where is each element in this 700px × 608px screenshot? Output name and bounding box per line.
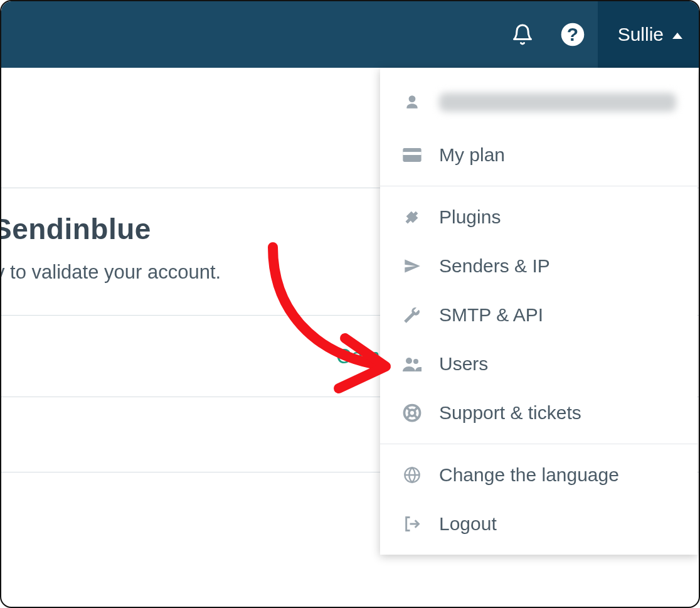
user-dropdown: My plan Plugins Senders & IP SMTP & <box>380 68 697 555</box>
dropdown-item-label: Change the language <box>439 464 619 486</box>
dropdown-item-users[interactable]: Users <box>380 339 697 388</box>
svg-line-10 <box>406 415 410 419</box>
dropdown-item-plugins[interactable]: Plugins <box>380 193 697 242</box>
dropdown-item-myplan[interactable]: My plan <box>380 131 697 179</box>
username-label: Sullie <box>618 24 664 45</box>
svg-point-5 <box>413 359 418 364</box>
plug-icon <box>401 208 423 226</box>
dropdown-item-support[interactable]: Support & tickets <box>380 388 697 437</box>
dropdown-item-label: Senders & IP <box>439 255 550 277</box>
top-header: ? Sullie <box>1 1 699 68</box>
svg-line-8 <box>406 407 410 410</box>
lifebuoy-icon <box>401 403 423 422</box>
dropdown-section-misc: Change the language Logout <box>380 444 697 555</box>
help-button[interactable]: ? <box>548 1 598 68</box>
svg-line-9 <box>415 407 418 410</box>
dropdown-item-label: My plan <box>439 144 505 166</box>
globe-icon <box>401 466 423 484</box>
svg-point-7 <box>409 410 415 416</box>
user-menu-button[interactable]: Sullie <box>598 1 699 68</box>
svg-point-4 <box>406 358 412 364</box>
bell-icon <box>511 22 534 47</box>
dropdown-item-email[interactable] <box>380 74 697 131</box>
notification-bell-button[interactable] <box>497 1 548 68</box>
page-content: Sendinblue v to validate your account. C… <box>1 68 699 607</box>
send-icon <box>401 257 423 275</box>
dropdown-item-smtp[interactable]: SMTP & API <box>380 291 697 339</box>
wrench-icon <box>401 306 423 324</box>
dropdown-section-tools: Plugins Senders & IP SMTP & API Users <box>380 186 697 444</box>
svg-line-11 <box>415 415 418 419</box>
dropdown-item-label: Support & tickets <box>439 402 581 424</box>
svg-text:?: ? <box>566 24 578 45</box>
dropdown-item-label: SMTP & API <box>439 304 543 326</box>
logout-icon <box>401 515 423 533</box>
card-icon <box>401 148 423 162</box>
account-email-blurred <box>439 93 676 112</box>
svg-rect-3 <box>403 152 421 155</box>
users-icon <box>401 356 423 371</box>
dropdown-item-label: Logout <box>439 513 497 535</box>
dropdown-item-senders[interactable]: Senders & IP <box>380 242 697 291</box>
help-icon: ? <box>560 22 585 47</box>
dropdown-section-account: My plan <box>380 68 697 186</box>
dropdown-item-label: Users <box>439 353 488 375</box>
user-icon <box>401 93 423 111</box>
dropdown-item-logout[interactable]: Logout <box>380 499 697 548</box>
caret-up-icon <box>672 33 682 39</box>
dropdown-item-language[interactable]: Change the language <box>380 451 697 499</box>
dropdown-item-label: Plugins <box>439 206 501 228</box>
